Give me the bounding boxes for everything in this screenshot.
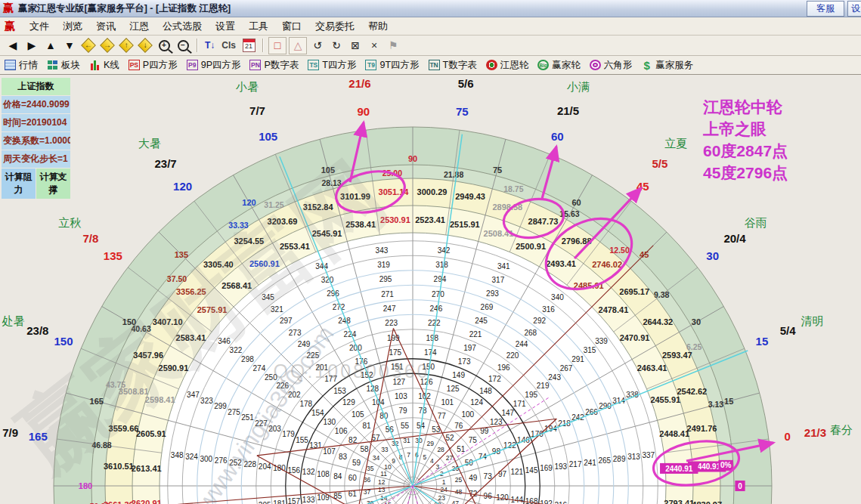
svg-text:立秋: 立秋 <box>58 216 81 229</box>
svg-text:2613.41: 2613.41 <box>132 464 162 473</box>
svg-text:3610.51: 3610.51 <box>104 462 134 471</box>
side-panel: 上证指数 价格=2440.9099时间=20190104变换系数=1.00000… <box>2 78 70 199</box>
ribbon-item-9T四方形[interactable]: T99T四方形 <box>365 59 419 72</box>
ribbon-item-板块[interactable]: 板块 <box>47 59 80 72</box>
svg-text:299: 299 <box>214 402 227 410</box>
pan-up-button[interactable]: ↑ <box>118 38 135 54</box>
cursor-down-tool-button[interactable]: ▼ <box>61 38 78 54</box>
ribbon-item-P数字表[interactable]: PNP数字表 <box>249 59 299 72</box>
svg-text:174: 174 <box>424 348 437 357</box>
menu-item-7[interactable]: 窗口 <box>275 18 308 35</box>
calc-support-button[interactable]: 计算支撑 <box>36 169 70 199</box>
separator-2 <box>262 39 263 52</box>
cursor-up-tool-button[interactable]: ▲ <box>42 38 59 54</box>
ribbon-label: 板块 <box>61 59 80 72</box>
menu-item-5[interactable]: 设置 <box>209 18 242 35</box>
menu-item-0[interactable]: 文件 <box>23 18 56 35</box>
svg-text:154: 154 <box>311 409 324 417</box>
svg-text:205: 205 <box>259 501 271 504</box>
zoom-in-button[interactable]: + <box>156 38 172 54</box>
menu-item-8[interactable]: 交易委托 <box>308 18 361 35</box>
ribbon-item-赢家服务[interactable]: $赢家服务 <box>641 59 693 72</box>
calendar-tool-button[interactable]: 21 <box>240 38 257 54</box>
calc-resistance-button[interactable]: 计算阻力 <box>2 169 36 199</box>
svg-text:小满: 小满 <box>566 80 590 93</box>
menu-bar: 赢 文件浏览资讯江恩公式选股设置工具窗口交易委托帮助 <box>0 17 861 36</box>
window-title: 赢家江恩专业版[赢家服务平台] - [上证指数 江恩轮] <box>18 2 231 15</box>
svg-text:5/4: 5/4 <box>780 324 797 337</box>
svg-text:7/8: 7/8 <box>83 232 99 245</box>
menu-item-2[interactable]: 资讯 <box>89 18 122 35</box>
blocks-icon <box>47 60 58 70</box>
ribbon-label: 9P四方形 <box>201 59 241 72</box>
svg-text:大暑: 大暑 <box>138 137 161 150</box>
svg-text:172: 172 <box>488 375 501 383</box>
svg-text:291: 291 <box>571 355 584 363</box>
pan-down-button[interactable]: ↓ <box>137 38 153 54</box>
separator-1 <box>197 39 197 52</box>
svg-text:23/8: 23/8 <box>26 324 48 337</box>
ribbon-item-P四方形[interactable]: PSP四方形 <box>129 59 178 72</box>
svg-text:49: 49 <box>469 474 478 482</box>
cls-tool-button[interactable]: Cls <box>219 38 238 54</box>
board-flag-button[interactable]: ⚑ <box>385 38 401 54</box>
rotate-cw-button[interactable]: ↻ <box>328 38 345 54</box>
svg-text:58: 58 <box>361 445 370 453</box>
menu-item-4[interactable]: 公式选股 <box>156 18 209 35</box>
draw-square-button[interactable]: □ <box>268 37 286 54</box>
svg-text:5/6: 5/6 <box>458 77 474 90</box>
svg-text:105: 105 <box>259 130 277 143</box>
lbox-icon: TN <box>429 60 440 70</box>
svg-text:148: 148 <box>479 387 492 395</box>
menu-item-1[interactable]: 浏览 <box>56 18 89 35</box>
nav-back-button[interactable]: ◀ <box>5 38 21 54</box>
ribbon-label: P数字表 <box>264 59 299 72</box>
ribbon-item-赢家轮[interactable]: Big赢家轮 <box>537 59 581 72</box>
shrink-x-button[interactable]: × <box>366 38 382 54</box>
svg-text:204: 204 <box>259 462 271 471</box>
parameter-row-3: 周天变化步长=1 <box>2 150 70 168</box>
nav-forward-button[interactable]: ▶ <box>23 38 40 54</box>
menu-item-9[interactable]: 帮助 <box>361 18 395 35</box>
svg-text:15: 15 <box>756 335 769 348</box>
svg-text:60: 60 <box>348 474 358 482</box>
lbox-icon: P9 <box>187 60 198 70</box>
svg-text:313: 313 <box>627 453 640 461</box>
draw-triangle-button[interactable]: △ <box>289 37 307 54</box>
ribbon-label: 9T四方形 <box>379 59 419 72</box>
svg-text:2463.41: 2463.41 <box>637 363 667 373</box>
svg-text:192: 192 <box>540 499 553 504</box>
svg-text:82: 82 <box>348 436 358 444</box>
ribbon-item-江恩轮[interactable]: 江恩轮 <box>486 59 529 72</box>
ribbon-item-行情[interactable]: 行情 <box>5 59 38 72</box>
zoom-out-button[interactable]: − <box>175 38 191 54</box>
box-x-button[interactable]: ⊠ <box>347 38 364 54</box>
pan-left-button[interactable]: ← <box>80 38 97 54</box>
svg-text:169: 169 <box>540 464 553 472</box>
titlebar-sliver-button[interactable]: 设 <box>847 1 861 17</box>
svg-text:29: 29 <box>427 440 435 447</box>
ribbon-item-9P四方形[interactable]: P99P四方形 <box>187 59 241 72</box>
svg-text:181: 181 <box>273 499 286 504</box>
svg-text:196: 196 <box>497 363 510 372</box>
svg-text:15: 15 <box>724 397 733 406</box>
svg-text:2695.17: 2695.17 <box>619 287 649 296</box>
ribbon-item-T四方形[interactable]: TST四方形 <box>308 59 356 72</box>
menu-item-6[interactable]: 工具 <box>242 18 275 35</box>
svg-text:221: 221 <box>469 330 482 339</box>
svg-text:60: 60 <box>551 130 564 143</box>
svg-text:1: 1 <box>442 478 446 486</box>
svg-text:28: 28 <box>437 446 444 453</box>
ribbon-label: T数字表 <box>443 59 477 72</box>
rotate-ccw-button[interactable]: ↺ <box>309 38 326 54</box>
ribbon-item-T数字表[interactable]: TNT数字表 <box>429 59 477 72</box>
ribbon-item-六角形[interactable]: 六角形 <box>590 59 633 72</box>
svg-text:316: 316 <box>542 305 555 314</box>
pan-right-button[interactable]: → <box>99 38 116 54</box>
axis-tool-button[interactable]: T↓ <box>203 38 217 54</box>
svg-text:246: 246 <box>430 305 443 313</box>
svg-text:323: 323 <box>200 397 213 405</box>
customer-service-button[interactable]: 客服 <box>807 1 844 17</box>
ribbon-item-K线[interactable]: K线 <box>89 59 119 72</box>
menu-item-3[interactable]: 江恩 <box>122 18 156 35</box>
